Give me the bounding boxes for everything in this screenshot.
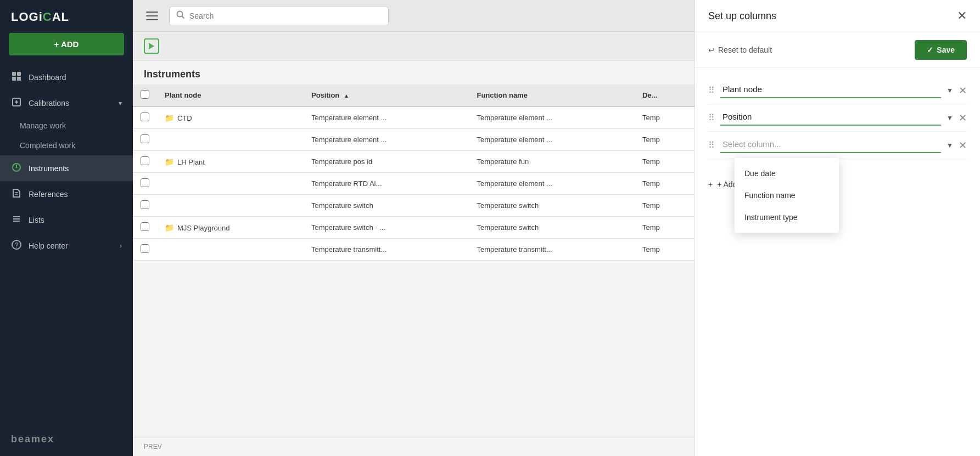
- sidebar-item-instruments[interactable]: Instruments: [0, 155, 133, 181]
- sidebar-item-calibrations[interactable]: Calibrations ▾: [0, 90, 133, 116]
- sidebar-item-lists[interactable]: Lists: [0, 207, 133, 233]
- plant-node-cell: 📁LH Plant: [157, 151, 304, 173]
- folder-icon: 📁: [165, 114, 174, 122]
- column-label: De...: [642, 91, 657, 99]
- drag-handle-icon[interactable]: ⠿: [708, 112, 715, 123]
- plus-icon: +: [708, 180, 713, 189]
- add-button[interactable]: + ADD: [9, 33, 124, 55]
- right-panel: Set up columns ✕ ↩ Reset to default ✓ Sa…: [695, 0, 980, 456]
- device-cell: Temp: [635, 217, 695, 239]
- row-checkbox[interactable]: [141, 244, 149, 253]
- plant-node-cell: [157, 173, 304, 195]
- sidebar-item-references[interactable]: References: [0, 181, 133, 207]
- table-row: Temperature transmitt...Temperature tran…: [133, 239, 695, 261]
- sidebar-item-completed-work[interactable]: Completed work: [0, 136, 133, 155]
- column-header-position[interactable]: Position ▲: [304, 85, 469, 106]
- drag-handle-icon[interactable]: ⠿: [708, 85, 715, 95]
- column-rows: ⠿ Plant node Position Function name Due …: [695, 68, 980, 168]
- plant-node-cell: [157, 239, 304, 261]
- position-cell: Temperature switch - ...: [304, 217, 469, 239]
- panel-close-button[interactable]: ✕: [957, 10, 967, 22]
- sidebar-item-help-center[interactable]: ? Help center ›: [0, 233, 133, 258]
- table-toolbar: [133, 32, 695, 61]
- save-label: Save: [937, 46, 955, 54]
- device-cell: Temp: [635, 195, 695, 217]
- function-name-cell: Temperature switch: [469, 195, 634, 217]
- reset-label: Reset to default: [718, 46, 772, 54]
- save-button[interactable]: ✓ Save: [915, 40, 967, 60]
- sidebar: LOGiCAL + ADD Dashboard Calibrations ▾ M: [0, 0, 133, 456]
- row-checkbox[interactable]: [141, 112, 149, 121]
- dropdown-option-function-name[interactable]: Function name: [735, 184, 839, 206]
- reset-to-default-button[interactable]: ↩ Reset to default: [708, 46, 772, 54]
- calibrations-icon: [11, 97, 22, 109]
- undo-icon: ↩: [708, 46, 715, 54]
- sidebar-item-manage-work[interactable]: Manage work: [0, 116, 133, 136]
- sidebar-item-label: Instruments: [29, 164, 69, 173]
- chevron-down-icon: ▼: [947, 114, 953, 122]
- device-cell: Temp: [635, 106, 695, 129]
- table-row: 📁MJS PlaygroundTemperature switch - ...T…: [133, 217, 695, 239]
- remove-column-button-2[interactable]: ✕: [959, 113, 967, 123]
- column-select-3[interactable]: Select column... Plant node Position Fun…: [720, 137, 941, 153]
- dropdown-option-instrument-type[interactable]: Instrument type: [735, 206, 839, 228]
- section-title: Instruments: [133, 61, 695, 85]
- column-header-device[interactable]: De...: [635, 85, 695, 106]
- column-label: Function name: [477, 91, 527, 99]
- function-name-cell: Temperature element ...: [469, 106, 634, 129]
- table-area: Instruments Plant node Position ▲: [133, 32, 695, 456]
- table-scroll[interactable]: Plant node Position ▲ Function name De..…: [133, 85, 695, 437]
- hamburger-button[interactable]: [144, 9, 160, 22]
- select-all-column[interactable]: [133, 85, 157, 106]
- sidebar-item-label: Help center: [29, 241, 68, 250]
- row-checkbox[interactable]: [141, 200, 149, 209]
- main-area: Instruments Plant node Position ▲: [133, 0, 695, 456]
- table-footer: PREV: [133, 437, 695, 456]
- column-header-function-name[interactable]: Function name: [469, 85, 634, 106]
- row-checkbox-cell: [133, 129, 157, 151]
- row-checkbox[interactable]: [141, 134, 149, 143]
- table-row: Temperature RTD Al...Temperature element…: [133, 173, 695, 195]
- column-select-1[interactable]: Plant node Position Function name Due da…: [720, 82, 941, 98]
- device-cell: Temp: [635, 173, 695, 195]
- remove-column-button-1[interactable]: ✕: [959, 86, 967, 95]
- folder-icon: 📁: [165, 157, 174, 166]
- svg-point-9: [16, 167, 18, 168]
- play-button[interactable]: [144, 38, 159, 54]
- row-checkbox[interactable]: [141, 156, 149, 165]
- dropdown-option-due-date[interactable]: Due date: [735, 162, 839, 184]
- grid-icon: [11, 71, 22, 83]
- row-checkbox[interactable]: [141, 178, 149, 187]
- column-header-plant-node[interactable]: Plant node: [157, 85, 304, 106]
- column-row-2: ⠿ Position Plant node Function name Due …: [708, 104, 967, 132]
- function-name-cell: Temperature element ...: [469, 129, 634, 151]
- position-cell: Temperature element ...: [304, 106, 469, 129]
- sidebar-item-label: Calibrations: [29, 99, 69, 108]
- position-cell: Temperature pos id: [304, 151, 469, 173]
- sidebar-item-label: Dashboard: [29, 73, 66, 82]
- panel-header: Set up columns ✕: [695, 0, 980, 32]
- column-select-2[interactable]: Position Plant node Function name Due da…: [720, 110, 941, 126]
- row-checkbox-cell: [133, 173, 157, 195]
- function-name-cell: Temperature transmitt...: [469, 239, 634, 261]
- remove-column-button-3[interactable]: ✕: [959, 140, 967, 150]
- panel-actions: ↩ Reset to default ✓ Save: [695, 32, 980, 68]
- sidebar-bottom: beamex: [0, 425, 133, 456]
- beamex-logo: beamex: [11, 434, 122, 445]
- column-label: Position: [311, 91, 339, 99]
- svg-rect-3: [17, 77, 21, 81]
- app-logo: LOGiCAL: [11, 10, 69, 24]
- drag-handle-icon[interactable]: ⠿: [708, 140, 715, 150]
- sidebar-item-dashboard[interactable]: Dashboard: [0, 64, 133, 90]
- topbar: [133, 0, 695, 32]
- row-checkbox[interactable]: [141, 222, 149, 231]
- row-checkbox-cell: [133, 217, 157, 239]
- select-all-checkbox[interactable]: [141, 90, 149, 99]
- check-icon: ✓: [927, 46, 933, 54]
- chevron-down-icon: ▼: [947, 142, 953, 149]
- position-cell: Temperature RTD Al...: [304, 173, 469, 195]
- function-name-cell: Temperature switch: [469, 217, 634, 239]
- search-input[interactable]: [189, 12, 382, 20]
- lists-icon: [11, 213, 22, 226]
- logo-area: LOGiCAL: [0, 0, 133, 33]
